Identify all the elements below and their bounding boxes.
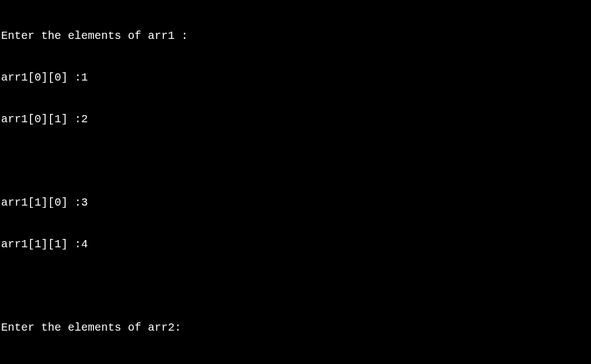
terminal-output[interactable]: Enter the elements of arr1 : arr1[0][0] …	[1, 1, 591, 364]
output-line: arr1[1][0] :3	[1, 196, 591, 210]
output-line	[1, 154, 591, 168]
output-line: Enter the elements of arr2:	[1, 321, 591, 335]
output-line: arr1[0][1] :2	[1, 112, 591, 126]
output-line: Enter the elements of arr1 :	[1, 29, 591, 43]
output-line: arr1[1][1] :4	[1, 237, 591, 251]
output-line	[1, 279, 591, 293]
output-line: arr1[0][0] :1	[1, 71, 591, 84]
